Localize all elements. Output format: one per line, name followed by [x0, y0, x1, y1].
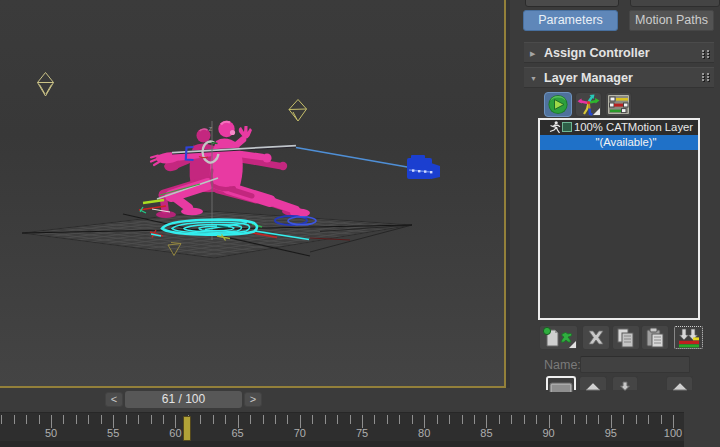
svg-text:z: z	[209, 124, 213, 133]
